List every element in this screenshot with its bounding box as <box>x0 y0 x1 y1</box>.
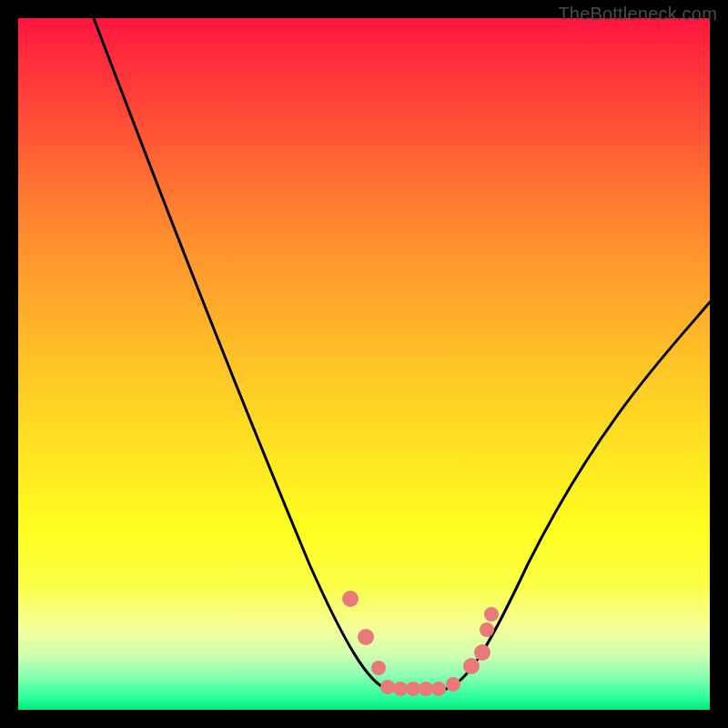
watermark-text: TheBottleneck.com <box>558 4 717 25</box>
marker-dot <box>380 680 395 694</box>
marker-dot <box>431 682 446 696</box>
marker-dot <box>371 661 386 675</box>
marker-dot <box>474 644 490 661</box>
marker-dot <box>393 682 408 696</box>
marker-dot <box>358 629 374 645</box>
marker-dot <box>463 658 480 674</box>
marker-dot <box>446 677 460 692</box>
marker-dot <box>419 682 433 696</box>
marker-dot <box>342 591 359 607</box>
bottleneck-curve <box>18 18 710 710</box>
marker-dot <box>484 607 499 622</box>
marker-dot <box>406 682 420 696</box>
chart-area <box>18 18 710 710</box>
curve-path <box>94 18 710 689</box>
marker-dot <box>480 622 494 637</box>
marker-group <box>342 591 499 696</box>
